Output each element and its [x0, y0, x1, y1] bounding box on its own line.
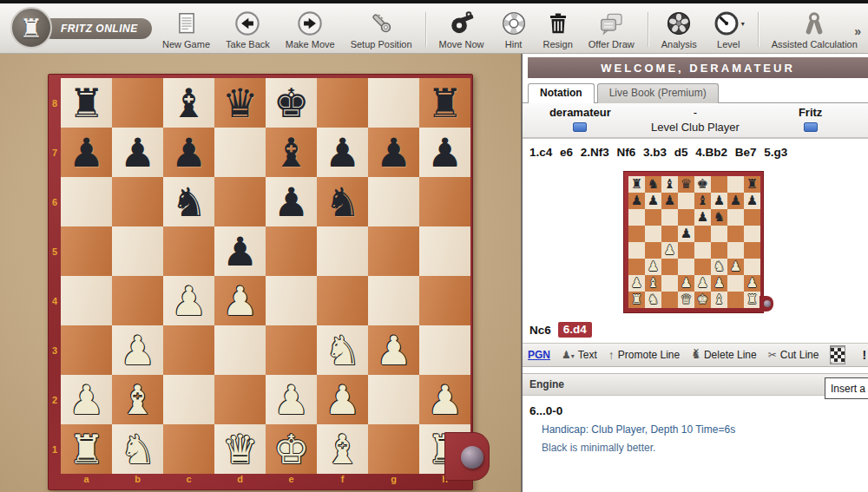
highlighted-move-badge[interactable]: 6.d4	[558, 322, 592, 338]
square-f1[interactable]: ♝	[317, 424, 368, 474]
black-p-piece[interactable]: ♟	[171, 133, 207, 173]
square-h4[interactable]	[419, 276, 470, 325]
fritz-online-logo[interactable]: FRITZ ONLINE ♜	[9, 6, 139, 51]
black-n-piece[interactable]: ♞	[171, 182, 207, 222]
square-b2[interactable]: ♝	[112, 375, 163, 424]
square-h6[interactable]	[419, 177, 470, 226]
black-p-piece[interactable]: ♟	[427, 133, 463, 173]
square-h3[interactable]	[419, 325, 470, 375]
black-p-piece[interactable]: ♟	[325, 133, 360, 173]
square-b5[interactable]	[112, 226, 163, 276]
square-g2[interactable]	[368, 375, 419, 424]
white-p-piece[interactable]: ♟	[222, 281, 258, 321]
square-g1[interactable]	[368, 424, 419, 474]
move-now-button[interactable]: Move Now	[431, 9, 492, 49]
square-d4[interactable]: ♟	[214, 276, 266, 325]
square-b8[interactable]	[112, 78, 163, 128]
insert-diagram-button[interactable]: Insert a dia	[825, 377, 868, 399]
black-q-piece[interactable]: ♛	[222, 83, 258, 123]
move-list[interactable]: 1.c4 e6 2.Nf3 Nf6 3.b3 d5 4.Bb2 Be7 5.g3	[523, 139, 868, 162]
square-c3[interactable]	[163, 325, 214, 375]
insert-diagram-toggle[interactable]	[830, 345, 845, 364]
square-d1[interactable]: ♛	[214, 424, 266, 474]
black-b-piece[interactable]: ♝	[171, 83, 207, 123]
square-c2[interactable]	[163, 375, 214, 424]
square-g8[interactable]	[368, 78, 419, 128]
exclamation-button[interactable]: !	[854, 348, 868, 362]
square-f4[interactable]	[317, 276, 368, 325]
square-f8[interactable]	[317, 78, 368, 128]
square-b7[interactable]: ♟	[112, 128, 163, 177]
square-c8[interactable]: ♝	[163, 78, 214, 128]
square-a2[interactable]: ♟	[61, 375, 112, 424]
white-p-piece[interactable]: ♟	[427, 380, 463, 420]
square-a6[interactable]	[61, 177, 112, 226]
cut-line-button[interactable]: ✂ Cut Line	[768, 349, 819, 361]
square-d5[interactable]: ♟	[214, 226, 266, 276]
square-h7[interactable]: ♟	[419, 128, 470, 177]
square-e6[interactable]: ♟	[266, 177, 317, 226]
offer-draw-button[interactable]: Offer Draw	[581, 9, 642, 49]
black-n-piece[interactable]: ♞	[325, 182, 360, 222]
text-button[interactable]: ♟▾ Text	[562, 349, 597, 361]
white-p-piece[interactable]: ♟	[376, 331, 411, 371]
analysis-button[interactable]: Analysis	[654, 9, 705, 49]
white-k-piece[interactable]: ♚	[273, 430, 309, 469]
square-e4[interactable]	[266, 276, 317, 325]
square-g4[interactable]	[368, 276, 419, 325]
black-p-piece[interactable]: ♟	[120, 133, 155, 173]
square-c6[interactable]: ♞	[163, 177, 214, 226]
black-k-piece[interactable]: ♚	[273, 83, 309, 123]
white-r-piece[interactable]: ♜	[69, 430, 104, 469]
take-back-button[interactable]: Take Back	[218, 9, 278, 49]
tab-notation[interactable]: Notation	[528, 83, 595, 103]
square-a8[interactable]: ♜	[61, 78, 112, 128]
square-a1[interactable]: ♜	[61, 424, 112, 474]
square-c1[interactable]	[163, 424, 214, 474]
square-c4[interactable]: ♟	[163, 276, 214, 325]
square-e5[interactable]	[266, 226, 317, 276]
square-b3[interactable]: ♟	[112, 325, 163, 375]
black-p-piece[interactable]: ♟	[273, 182, 309, 222]
hint-button[interactable]: Hint	[492, 9, 536, 49]
new-game-button[interactable]: New Game	[155, 9, 218, 49]
white-p-piece[interactable]: ♟	[273, 380, 309, 420]
square-h8[interactable]: ♜	[419, 78, 470, 128]
black-r-piece[interactable]: ♜	[69, 83, 104, 123]
square-e3[interactable]	[266, 325, 317, 375]
make-move-button[interactable]: Make Move	[278, 9, 343, 49]
square-d2[interactable]	[214, 375, 266, 424]
level-button[interactable]: ▾ Level	[705, 9, 753, 49]
square-b6[interactable]	[112, 177, 163, 226]
square-g3[interactable]: ♟	[368, 325, 419, 375]
white-p-piece[interactable]: ♟	[69, 380, 104, 420]
black-p-piece[interactable]: ♟	[376, 133, 411, 173]
square-h5[interactable]	[419, 226, 470, 276]
square-d7[interactable]	[214, 128, 266, 177]
square-a5[interactable]	[61, 226, 112, 276]
square-f5[interactable]	[317, 226, 368, 276]
white-p-piece[interactable]: ♟	[325, 380, 360, 420]
square-f6[interactable]: ♞	[317, 177, 368, 226]
white-p-piece[interactable]: ♟	[120, 331, 155, 371]
promote-line-button[interactable]: ↑ Promote Line	[608, 348, 680, 362]
resign-button[interactable]: Resign	[536, 9, 581, 49]
black-p-piece[interactable]: ♟	[222, 232, 258, 272]
square-e2[interactable]: ♟	[266, 375, 317, 424]
square-h2[interactable]: ♟	[419, 375, 470, 424]
pgn-link[interactable]: PGN	[528, 349, 550, 361]
assisted-calculation-button[interactable]: Assisted Calculation	[764, 9, 865, 49]
square-e1[interactable]: ♚	[266, 424, 317, 474]
square-c7[interactable]: ♟	[163, 128, 214, 177]
square-a7[interactable]: ♟	[61, 128, 112, 177]
square-c5[interactable]	[163, 226, 214, 276]
tab-live-book[interactable]: Live Book (Premium)	[597, 83, 719, 103]
square-g6[interactable]	[368, 177, 419, 226]
delete-line-button[interactable]: ♞✕ Delete Line	[691, 349, 756, 361]
black-b-piece[interactable]: ♝	[273, 133, 309, 173]
current-move[interactable]: Nc6	[529, 324, 551, 337]
setup-position-button[interactable]: Setup Position	[343, 9, 420, 49]
square-a4[interactable]	[61, 276, 112, 325]
toolbar-overflow-chevron[interactable]: »	[854, 24, 861, 38]
square-g7[interactable]: ♟	[368, 128, 419, 177]
